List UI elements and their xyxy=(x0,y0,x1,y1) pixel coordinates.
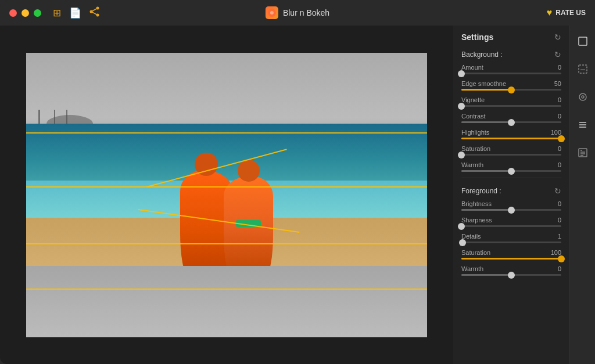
details-fg-label-row: Details 1 xyxy=(461,233,561,240)
guide-line-1 xyxy=(26,132,427,134)
saturation-fg-thumb[interactable] xyxy=(558,255,565,262)
details-fg-slider-row: Details 1 xyxy=(461,233,561,243)
contrast-track[interactable] xyxy=(461,121,561,123)
close-button[interactable] xyxy=(9,9,17,17)
crop-tool-icon[interactable] xyxy=(574,33,592,50)
vignette-value: 0 xyxy=(550,96,561,103)
details-fg-label: Details xyxy=(461,233,481,240)
mast2 xyxy=(54,110,55,124)
sand-bottom xyxy=(26,266,427,337)
details-fg-value: 1 xyxy=(550,233,561,240)
export-icon[interactable]: 📄 xyxy=(69,7,81,19)
background-header: Background : ↻ xyxy=(461,50,561,59)
saturation-fg-track[interactable] xyxy=(461,258,561,260)
edge-thumb[interactable] xyxy=(508,87,515,93)
saturation-bg-slider-row: Saturation 0 xyxy=(461,145,561,156)
sharpness-fg-track[interactable] xyxy=(461,225,561,227)
share-icon[interactable] xyxy=(89,6,100,20)
brightness-fg-thumb[interactable] xyxy=(508,207,515,214)
guide-line-4 xyxy=(26,289,427,290)
svg-point-11 xyxy=(582,96,584,98)
heart-icon: ♥ xyxy=(547,8,553,18)
warmth-bg-track[interactable] xyxy=(461,170,561,172)
foreground-label: Foreground : xyxy=(461,187,501,195)
warmth-bg-fill xyxy=(461,170,511,172)
minimize-button[interactable] xyxy=(21,9,29,17)
amount-slider-row: Amount 0 xyxy=(461,64,561,74)
app-title: Blur n Bokeh xyxy=(283,8,329,17)
amount-thumb[interactable] xyxy=(458,70,465,77)
background-reset-icon[interactable]: ↻ xyxy=(554,50,561,59)
brightness-fg-fill xyxy=(461,209,511,211)
toolbar-icons: ⊞ 📄 xyxy=(53,6,100,20)
saturation-bg-track[interactable] xyxy=(461,154,561,156)
details-fg-track[interactable] xyxy=(461,242,561,243)
highlights-label-row: Highlights 100 xyxy=(461,129,561,136)
amount-track[interactable] xyxy=(461,73,561,74)
settings-reset-icon[interactable]: ↻ xyxy=(554,33,561,42)
details-fg-thumb[interactable] xyxy=(459,239,466,246)
settings-title: Settings xyxy=(461,33,493,42)
amount-label-row: Amount 0 xyxy=(461,64,561,71)
canvas-area[interactable] xyxy=(0,26,453,364)
highlights-label: Highlights xyxy=(461,129,489,136)
vignette-thumb[interactable] xyxy=(458,103,465,110)
warmth-bg-label: Warmth xyxy=(461,161,483,168)
edge-smoothness-slider-row: Edge smoothne 50 xyxy=(461,80,561,91)
contrast-label: Contrast xyxy=(461,113,486,120)
highlights-thumb[interactable] xyxy=(558,135,565,142)
sharpness-fg-slider-row: Sharpness 0 xyxy=(461,217,561,227)
svg-point-10 xyxy=(579,93,586,100)
warmth-fg-track[interactable] xyxy=(461,274,561,276)
saturation-fg-slider-row: Saturation 100 xyxy=(461,249,561,260)
right-sidebar xyxy=(569,26,595,364)
highlights-fill xyxy=(461,138,561,139)
svg-point-6 xyxy=(270,11,274,15)
guide-line-2 xyxy=(26,186,427,188)
save-icon[interactable]: ⊞ xyxy=(53,7,61,19)
edge-label: Edge smoothne xyxy=(461,80,506,87)
vignette-slider-row: Vignette 0 xyxy=(461,96,561,107)
layers-icon[interactable] xyxy=(574,116,592,134)
edge-track[interactable] xyxy=(461,89,561,91)
amount-label: Amount xyxy=(461,64,483,71)
contrast-fill xyxy=(461,121,511,123)
section-divider xyxy=(461,178,561,178)
saturation-bg-value: 0 xyxy=(550,145,561,152)
edge-fill xyxy=(461,89,511,91)
brightness-fg-slider-row: Brightness 0 xyxy=(461,200,561,211)
maximize-button[interactable] xyxy=(34,9,41,17)
svg-line-3 xyxy=(91,8,98,12)
traffic-lights xyxy=(9,9,41,17)
foreground-header: Foreground : ↻ xyxy=(461,186,561,196)
warmth-fg-thumb[interactable] xyxy=(508,272,515,279)
highlights-slider-row: Highlights 100 xyxy=(461,129,561,139)
contrast-thumb[interactable] xyxy=(508,119,515,126)
contrast-value: 0 xyxy=(550,113,561,120)
vignette-label-row: Vignette 0 xyxy=(461,96,561,103)
selection-tool-icon[interactable] xyxy=(574,60,592,78)
warmth-bg-thumb[interactable] xyxy=(508,168,515,175)
edge-value: 50 xyxy=(550,80,561,87)
settings-panel: Settings ↻ Background : ↻ Amount 0 xyxy=(453,26,569,364)
saturation-fg-label-row: Saturation 100 xyxy=(461,249,561,256)
amount-value: 0 xyxy=(550,64,561,71)
rate-us-button[interactable]: ♥ RATE US xyxy=(547,8,586,18)
titlebar: ⊞ 📄 Blur n Bokeh ♥ RATE US xyxy=(0,0,595,26)
radial-tool-icon[interactable] xyxy=(574,88,592,106)
sharpness-fg-thumb[interactable] xyxy=(458,223,465,230)
saturation-bg-thumb[interactable] xyxy=(458,152,465,158)
saturation-fg-fill xyxy=(461,258,561,260)
sharpness-fg-label-row: Sharpness 0 xyxy=(461,217,561,224)
guide-line-3 xyxy=(26,243,427,244)
warmth-bg-slider-row: Warmth 0 xyxy=(461,161,561,172)
brightness-fg-track[interactable] xyxy=(461,209,561,211)
settings-header: Settings ↻ xyxy=(461,33,561,42)
foreground-reset-icon[interactable]: ↻ xyxy=(554,186,561,196)
settings-scroll-area[interactable]: Settings ↻ Background : ↻ Amount 0 xyxy=(453,26,569,364)
info-icon[interactable] xyxy=(574,144,592,161)
highlights-track[interactable] xyxy=(461,138,561,139)
vignette-track[interactable] xyxy=(461,105,561,107)
contrast-slider-row: Contrast 0 xyxy=(461,113,561,123)
svg-rect-7 xyxy=(579,37,587,45)
